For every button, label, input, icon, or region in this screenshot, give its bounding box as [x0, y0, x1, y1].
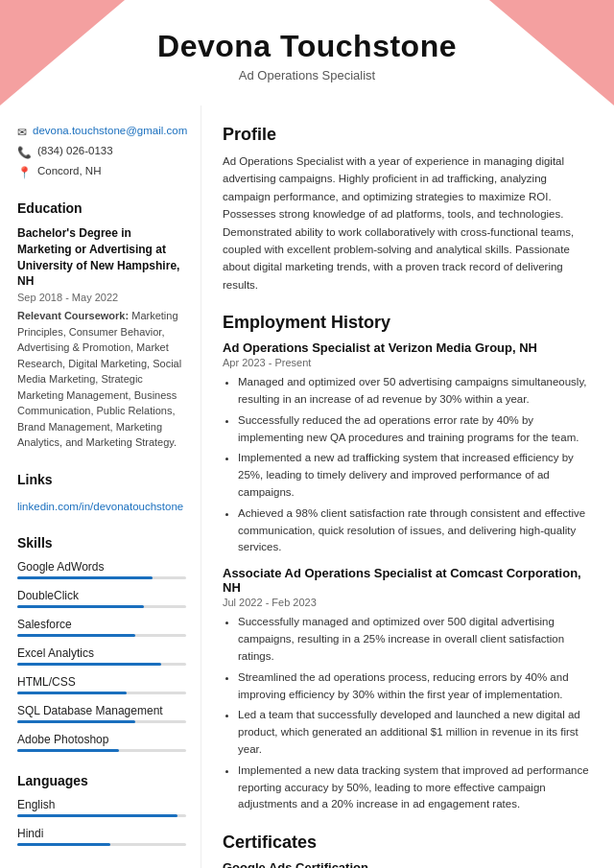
sidebar: ✉ devona.touchstone@gmail.com 📞 (834) 02…: [0, 106, 201, 868]
skill-item: Salesforce: [17, 618, 186, 637]
skill-item: Excel Analytics: [17, 646, 186, 666]
coursework-label: Relevant Coursework:: [17, 310, 129, 321]
cert-item: Google Ads Certification Sep 2021: [223, 860, 593, 868]
main-content: Profile Ad Operations Specialist with a …: [201, 106, 614, 868]
skill-item: DoubleClick: [17, 589, 186, 608]
links-title: Links: [17, 472, 186, 487]
linkedin-link[interactable]: linkedin.com/in/devonatouchstone: [17, 501, 183, 512]
contact-location: 📍 Concord, NH: [17, 165, 186, 179]
language-name: English: [17, 798, 186, 811]
skill-item: HTML/CSS: [17, 675, 186, 694]
profile-title: Profile: [223, 125, 593, 145]
edu-degree: Bachelor's Degree in Marketing or Advert…: [17, 225, 186, 290]
job-bullets: Managed and optimized over 50 advertisin…: [223, 374, 593, 556]
job-item: Ad Operations Specialist at Verizon Medi…: [223, 340, 593, 556]
language-bar-fill: [17, 814, 177, 817]
job-bullet: Successfully reduced the ad operations e…: [238, 412, 593, 447]
job-title: Associate Ad Operations Specialist at Co…: [223, 566, 593, 595]
email-icon: ✉: [17, 126, 27, 139]
education-section: Education Bachelor's Degree in Marketing…: [17, 200, 186, 451]
skill-bar-bg: [17, 605, 186, 608]
links-section: Links linkedin.com/in/devonatouchstone: [17, 472, 186, 514]
skills-title: Skills: [17, 535, 186, 551]
header: Devona Touchstone Ad Operations Speciali…: [0, 0, 614, 106]
profile-text: Ad Operations Specialist with a year of …: [223, 152, 593, 293]
job-bullet: Managed and optimized over 50 advertisin…: [238, 374, 593, 409]
language-item: English: [17, 798, 186, 817]
job-item: Associate Ad Operations Specialist at Co…: [223, 566, 593, 813]
skill-name: Google AdWords: [17, 560, 186, 574]
job-date: Jul 2022 - Feb 2023: [223, 597, 593, 608]
profile-section: Profile Ad Operations Specialist with a …: [223, 125, 593, 293]
certificates-section: Certificates Google Ads Certification Se…: [223, 833, 593, 868]
skill-bar-fill: [17, 576, 153, 579]
language-item: Hindi: [17, 827, 186, 846]
job-bullets: Successfully managed and optimized over …: [223, 614, 593, 813]
edu-dates: Sep 2018 - May 2022: [17, 292, 186, 303]
education-title: Education: [17, 200, 186, 216]
skill-bar-fill: [17, 749, 119, 752]
skill-bar-bg: [17, 634, 186, 637]
body-area: ✉ devona.touchstone@gmail.com 📞 (834) 02…: [0, 106, 614, 868]
job-date: Apr 2023 - Present: [223, 357, 593, 368]
job-bullet: Achieved a 98% client satisfaction rate …: [238, 505, 593, 556]
employment-section: Employment History Ad Operations Special…: [223, 313, 593, 813]
skill-item: SQL Database Management: [17, 704, 186, 723]
contact-phone: 📞 (834) 026-0133: [17, 145, 186, 159]
languages-list: English Hindi: [17, 798, 186, 846]
skill-bar-bg: [17, 576, 186, 579]
skill-name: Salesforce: [17, 618, 186, 631]
cert-name: Google Ads Certification: [223, 860, 593, 868]
job-bullet: Implemented a new data tracking system t…: [238, 762, 593, 813]
skill-bar-fill: [17, 634, 135, 637]
skills-section: Skills Google AdWords DoubleClick Salesf…: [17, 535, 186, 752]
skills-list: Google AdWords DoubleClick Salesforce Ex…: [17, 560, 186, 752]
header-content: Devona Touchstone Ad Operations Speciali…: [19, 29, 595, 82]
job-bullet: Streamlined the ad operations process, r…: [238, 669, 593, 704]
certs-list: Google Ads Certification Sep 2021 IAB Di…: [223, 860, 593, 868]
certificates-title: Certificates: [223, 833, 593, 853]
coursework-text: Marketing Principles, Consumer Behavior,…: [17, 310, 181, 448]
job-bullet: Led a team that successfully developed a…: [238, 707, 593, 758]
skill-bar-fill: [17, 663, 161, 666]
contact-section: ✉ devona.touchstone@gmail.com 📞 (834) 02…: [17, 125, 186, 179]
skill-bar-fill: [17, 692, 127, 694]
skill-name: SQL Database Management: [17, 704, 186, 717]
job-bullet: Successfully managed and optimized over …: [238, 614, 593, 665]
skill-bar-fill: [17, 605, 144, 608]
jobs-list: Ad Operations Specialist at Verizon Medi…: [223, 340, 593, 813]
job-bullet: Implemented a new ad trafficking system …: [238, 450, 593, 501]
skill-name: Adobe Photoshop: [17, 733, 186, 746]
job-title: Ad Operations Specialist at Verizon Medi…: [223, 340, 593, 355]
languages-title: Languages: [17, 773, 186, 788]
skill-item: Google AdWords: [17, 560, 186, 579]
resume-container: Devona Touchstone Ad Operations Speciali…: [0, 0, 614, 868]
contact-email: ✉ devona.touchstone@gmail.com: [17, 125, 186, 139]
phone-icon: 📞: [17, 146, 32, 159]
skill-bar-fill: [17, 720, 135, 723]
location-icon: 📍: [17, 166, 32, 179]
candidate-title: Ad Operations Specialist: [19, 68, 595, 82]
language-name: Hindi: [17, 827, 186, 840]
location-text: Concord, NH: [37, 165, 101, 176]
language-bar-fill: [17, 843, 110, 846]
languages-section: Languages English Hindi: [17, 773, 186, 846]
skill-bar-bg: [17, 663, 186, 666]
skill-bar-bg: [17, 720, 186, 723]
email-link[interactable]: devona.touchstone@gmail.com: [33, 125, 187, 136]
skill-item: Adobe Photoshop: [17, 733, 186, 752]
phone-number: (834) 026-0133: [37, 145, 113, 156]
candidate-name: Devona Touchstone: [19, 29, 595, 64]
skill-bar-bg: [17, 692, 186, 694]
language-bar-bg: [17, 814, 186, 817]
skill-bar-bg: [17, 749, 186, 752]
skill-name: DoubleClick: [17, 589, 186, 602]
employment-title: Employment History: [223, 313, 593, 333]
skill-name: Excel Analytics: [17, 646, 186, 660]
edu-coursework: Relevant Coursework: Marketing Principle…: [17, 308, 186, 451]
skill-name: HTML/CSS: [17, 675, 186, 689]
language-bar-bg: [17, 843, 186, 846]
